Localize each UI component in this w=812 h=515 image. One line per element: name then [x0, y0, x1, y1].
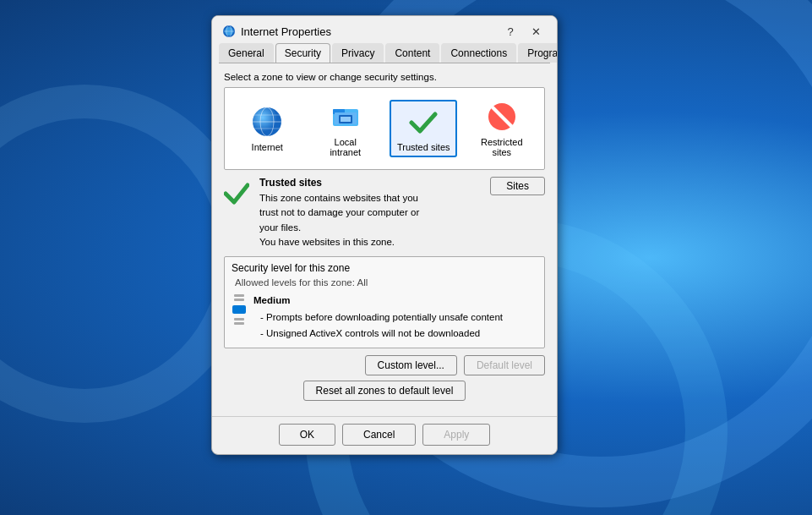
security-tab-content: Select a zone to view or change security… — [212, 63, 557, 416]
medium-label: Medium — [253, 293, 503, 308]
bullet-2: - Unsigned ActiveX controls will not be … — [253, 326, 503, 341]
dialog-title: Internet Properties — [241, 25, 331, 38]
dialog-icon — [222, 25, 236, 38]
tab-security[interactable]: Security — [275, 43, 330, 63]
allowed-levels-label: Allowed levels for this zone: All — [232, 277, 537, 288]
intranet-zone-label: Local intranet — [319, 137, 373, 157]
zone-desc-title: Trusted sites — [259, 177, 482, 189]
restricted-icon — [486, 101, 518, 133]
svg-rect-13 — [341, 117, 351, 122]
sites-button[interactable]: Sites — [490, 177, 545, 195]
zone-desc-text: Trusted sites This zone contains website… — [259, 177, 482, 249]
internet-zone-label: Internet — [252, 142, 283, 152]
slider-tick-3 — [234, 318, 244, 321]
slider-row: Medium - Prompts before downloading pote… — [232, 293, 537, 341]
slider-tick-top — [234, 294, 244, 297]
zone-trusted-sites[interactable]: Trusted sites — [390, 100, 457, 157]
reset-btn-container: Reset all zones to default level — [224, 381, 545, 401]
tab-programs[interactable]: Programs — [518, 43, 558, 63]
trusted-icon-wrap — [406, 105, 440, 139]
security-level-box: Security level for this zone Allowed lev… — [224, 256, 545, 348]
security-level-title: Security level for this zone — [232, 262, 537, 274]
cancel-button[interactable]: Cancel — [342, 424, 416, 446]
zone-internet[interactable]: Internet — [233, 100, 301, 157]
tab-general[interactable]: General — [219, 43, 274, 63]
default-level-button[interactable]: Default level — [464, 355, 545, 375]
tab-content[interactable]: Content — [385, 43, 439, 63]
slider-thumb — [232, 305, 246, 314]
svg-rect-14 — [342, 123, 349, 125]
level-buttons-row: Custom level... Default level — [224, 355, 545, 375]
zone-local-intranet[interactable]: Local intranet — [312, 95, 379, 162]
tabs-bar: General Security Privacy Content Connect… — [212, 40, 557, 63]
close-button[interactable]: ✕ — [525, 23, 547, 40]
internet-properties-dialog: Internet Properties ? ✕ General Security… — [211, 15, 558, 455]
title-bar-left: Internet Properties — [222, 25, 331, 38]
zones-box: Internet Local intranet — [224, 87, 545, 170]
restricted-icon-wrap — [485, 100, 519, 134]
trusted-zone-label: Trusted sites — [397, 142, 450, 152]
ok-button[interactable]: OK — [279, 424, 335, 446]
reset-all-zones-button[interactable]: Reset all zones to default level — [303, 381, 466, 401]
trusted-checkmark-icon — [407, 106, 439, 138]
security-level-description: Medium - Prompts before downloading pote… — [253, 293, 503, 341]
trusted-desc-icon — [224, 178, 251, 211]
help-button[interactable]: ? — [499, 23, 521, 40]
slider-tick-2 — [234, 299, 244, 301]
tab-connections[interactable]: Connections — [441, 43, 516, 63]
trusted-checkmark-desc-icon — [224, 178, 249, 209]
intranet-icon-wrap — [329, 100, 362, 134]
restricted-zone-label: Restricted sites — [475, 137, 529, 157]
dialog-footer: OK Cancel Apply — [212, 416, 557, 454]
custom-level-button[interactable]: Custom level... — [365, 355, 457, 375]
slider-tick-bottom — [234, 322, 244, 325]
zone-prompt: Select a zone to view or change security… — [224, 72, 545, 82]
internet-icon-wrap — [250, 105, 284, 139]
title-bar: Internet Properties ? ✕ — [212, 16, 557, 40]
zone-desc-body: This zone contains websites that you tru… — [259, 191, 482, 249]
title-bar-controls: ? ✕ — [499, 23, 547, 40]
bullet-1: - Prompts before downloading potentially… — [253, 310, 503, 325]
intranet-icon — [330, 101, 362, 133]
tab-privacy[interactable]: Privacy — [332, 43, 384, 63]
apply-button[interactable]: Apply — [422, 424, 490, 446]
zone-restricted-sites[interactable]: Restricted sites — [468, 95, 536, 162]
security-slider[interactable] — [232, 294, 247, 325]
zone-description-row: Trusted sites This zone contains website… — [224, 177, 545, 249]
internet-globe-icon — [251, 106, 283, 138]
